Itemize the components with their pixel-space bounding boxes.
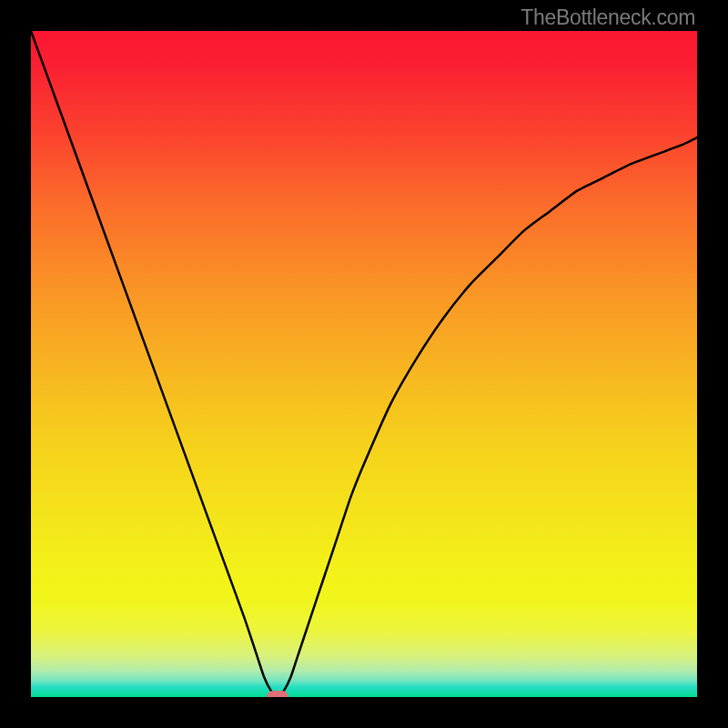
- chart-curve: [31, 31, 697, 697]
- watermark-text: TheBottleneck.com: [521, 5, 695, 30]
- chart-frame: TheBottleneck.com: [0, 0, 728, 728]
- plot-area: [31, 31, 697, 697]
- minimum-marker: [267, 691, 288, 697]
